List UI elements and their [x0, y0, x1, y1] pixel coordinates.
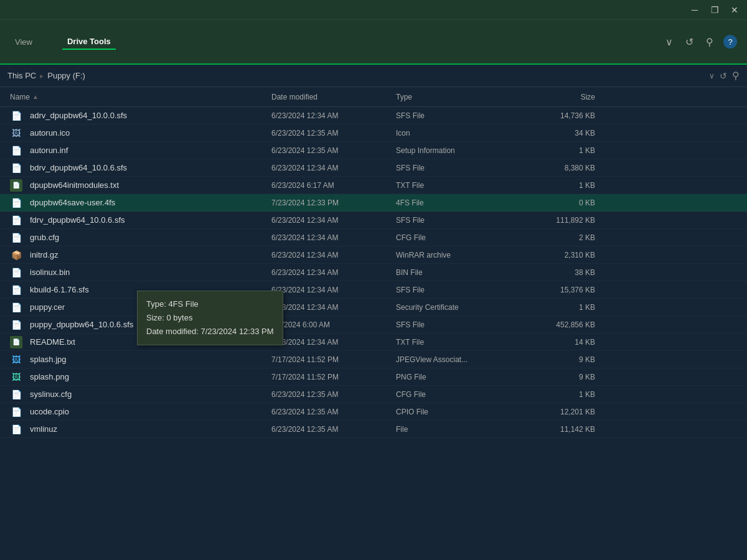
file-name: splash.png [30, 372, 271, 381]
breadcrumb-pc[interactable]: This PC [7, 71, 36, 80]
file-date: 6/23/2024 12:34 AM [271, 338, 396, 347]
file-type-icon: 📄 [10, 179, 22, 192]
table-row[interactable]: 📄 dpupbw64initmodules.txt 6/23/2024 6:17… [0, 177, 747, 194]
file-type-icon: 📄 [10, 336, 22, 348]
file-date: 6/23/2024 12:34 AM [271, 216, 396, 225]
table-row[interactable]: 📄 bdrv_dpupbw64_10.0.6.sfs 6/23/2024 12:… [0, 159, 747, 177]
ribbon: View Drive Tools ∨ ↺ ⚲ ? [0, 20, 747, 65]
file-size: 38 KB [520, 268, 595, 277]
ribbon-right: ∨ ↺ ⚲ ? [663, 34, 737, 50]
file-type-label: SFS File [396, 320, 520, 329]
file-date: 6/23/2024 12:35 AM [271, 425, 396, 434]
file-type-icon: 🖼 [10, 371, 22, 383]
file-date: 6/23/2024 12:34 AM [271, 164, 396, 172]
help-icon[interactable]: ? [723, 35, 737, 49]
file-type-icon: 📄 [10, 231, 22, 244]
file-list[interactable]: 📄 adrv_dpupbw64_10.0.0.sfs 6/23/2024 12:… [0, 107, 747, 560]
file-date: 6/23/2024 12:35 AM [271, 408, 396, 416]
table-row[interactable]: 📄 isolinux.bin 6/23/2024 12:34 AM BIN Fi… [0, 264, 747, 281]
table-row[interactable]: 📄 syslinux.cfg 6/23/2024 12:35 AM CFG Fi… [0, 386, 747, 403]
col-header-size[interactable]: Size [520, 93, 595, 101]
file-name: autorun.ico [30, 128, 271, 138]
address-bar-right: ∨ ↺ ⚲ [709, 70, 740, 82]
file-type-icon: 📄 [10, 301, 22, 314]
file-name: syslinux.cfg [30, 390, 271, 399]
tab-view[interactable]: View [10, 35, 37, 49]
file-name: fdrv_dpupbw64_10.0.6.sfs [30, 215, 271, 225]
minimize-button[interactable]: ─ [687, 2, 702, 17]
table-row[interactable]: 🖼 splash.png 7/17/2024 11:52 PM PNG File… [0, 368, 747, 386]
file-date: 6/23/2024 12:35 AM [271, 390, 396, 399]
file-size: 1 KB [520, 146, 595, 155]
breadcrumb-drive[interactable]: Puppy (F:) [47, 71, 85, 80]
file-type-icon: 📄 [10, 423, 22, 436]
file-type-icon: 📄 [10, 110, 22, 122]
table-row[interactable]: 📄 kbuild-6.1.76.sfs 6/23/2024 12:34 AM S… [0, 281, 747, 299]
table-row[interactable]: 🖼 autorun.ico 6/23/2024 12:35 AM Icon 34… [0, 124, 747, 142]
sort-arrow-icon: ▲ [32, 93, 39, 100]
table-row[interactable]: 🖼 splash.jpg 7/17/2024 11:52 PM JPEGView… [0, 351, 747, 368]
file-size: 14,736 KB [520, 111, 595, 120]
file-type-label: CPIO File [396, 408, 520, 416]
file-type-icon: 📄 [10, 144, 22, 157]
table-row[interactable]: 📄 dpupbw64save-user.4fs 7/23/2024 12:33 … [0, 194, 747, 212]
file-name: bdrv_dpupbw64_10.0.6.sfs [30, 163, 271, 172]
file-type-label: TXT File [396, 181, 520, 190]
file-size: 1 KB [520, 181, 595, 190]
file-date: 6/23/2024 12:34 AM [271, 286, 396, 294]
file-name: ucode.cpio [30, 407, 271, 416]
search-icon[interactable]: ⚲ [703, 34, 716, 50]
file-name: autorun.inf [30, 146, 271, 155]
table-row[interactable]: 📄 fdrv_dpupbw64_10.0.6.sfs 6/23/2024 12:… [0, 212, 747, 229]
file-type-label: BIN File [396, 268, 520, 277]
dropdown-arrow-icon[interactable]: ∨ [709, 72, 715, 80]
file-type-label: SFS File [396, 164, 520, 172]
tab-drive-tools[interactable]: Drive Tools [62, 34, 116, 50]
file-date: 7/17/2024 11:52 PM [271, 373, 396, 381]
table-row[interactable]: 📄 puppy.cer 6/23/2024 12:34 AM Security … [0, 299, 747, 316]
file-type-label: Setup Information [396, 146, 520, 155]
restore-button[interactable]: ❐ [707, 2, 722, 17]
close-button[interactable]: ✕ [727, 2, 742, 17]
file-size: 9 KB [520, 373, 595, 381]
refresh-icon[interactable]: ↺ [683, 34, 696, 50]
table-row[interactable]: 📄 adrv_dpupbw64_10.0.0.sfs 6/23/2024 12:… [0, 107, 747, 124]
table-row[interactable]: 📦 initrd.gz 6/23/2024 12:34 AM WinRAR ar… [0, 246, 747, 264]
main-area: Name ▲ Date modified Type Size 📄 adrv_dp… [0, 87, 747, 560]
file-size: 111,892 KB [520, 216, 595, 225]
file-type-icon: 📄 [10, 388, 22, 401]
file-type-icon: 📄 [10, 284, 22, 296]
file-size: 15,376 KB [520, 286, 595, 294]
breadcrumb[interactable]: This PC ▸ Puppy (F:) [7, 71, 85, 80]
file-type-label: WinRAR archive [396, 251, 520, 259]
col-header-type[interactable]: Type [396, 93, 520, 101]
file-name: isolinux.bin [30, 268, 271, 277]
file-type-label: File [396, 425, 520, 434]
table-row[interactable]: 📄 grub.cfg 6/23/2024 12:34 AM CFG File 2… [0, 229, 747, 246]
col-header-name[interactable]: Name ▲ [10, 93, 271, 101]
file-date: 3/5/2024 6:00 AM [271, 320, 396, 329]
file-type-label: CFG File [396, 233, 520, 242]
col-header-date[interactable]: Date modified [271, 93, 396, 101]
table-row[interactable]: 📄 autorun.inf 6/23/2024 12:35 AM Setup I… [0, 142, 747, 159]
file-type-label: CFG File [396, 390, 520, 399]
file-size: 2,310 KB [520, 251, 595, 259]
file-name: README.txt [30, 337, 271, 347]
title-bar: ─ ❐ ✕ [0, 0, 747, 20]
table-row[interactable]: 📄 puppy_dpupbw64_10.0.6.sfs 3/5/2024 6:0… [0, 316, 747, 334]
table-row[interactable]: 📄 ucode.cpio 6/23/2024 12:35 AM CPIO Fil… [0, 403, 747, 421]
file-name: splash.jpg [30, 355, 271, 364]
file-date: 6/23/2024 12:34 AM [271, 251, 396, 259]
file-size: 2 KB [520, 233, 595, 242]
address-bar: This PC ▸ Puppy (F:) ∨ ↺ ⚲ [0, 65, 747, 87]
chevron-down-icon[interactable]: ∨ [663, 34, 675, 50]
file-name: kbuild-6.1.76.sfs [30, 285, 271, 294]
file-type-label: TXT File [396, 338, 520, 347]
file-type-icon: 📄 [10, 266, 22, 279]
table-row[interactable]: 📄 vmlinuz 6/23/2024 12:35 AM File 11,142… [0, 421, 747, 438]
file-type-icon: 🖼 [10, 127, 22, 139]
address-search-icon[interactable]: ⚲ [732, 70, 740, 82]
refresh-address-icon[interactable]: ↺ [720, 71, 727, 81]
table-row[interactable]: 📄 README.txt 6/23/2024 12:34 AM TXT File… [0, 334, 747, 351]
file-name: puppy.cer [30, 302, 271, 312]
